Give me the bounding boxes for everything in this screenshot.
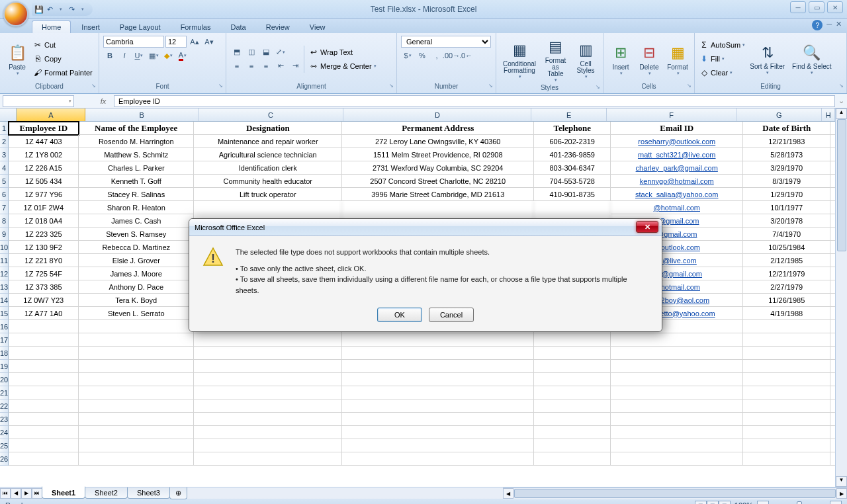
sheet-tab-2[interactable]: Sheet2 — [85, 487, 128, 499]
tab-insert[interactable]: Insert — [72, 21, 109, 33]
cell[interactable] — [830, 201, 835, 214]
help-icon[interactable]: ? — [812, 20, 823, 30]
cell[interactable] — [830, 307, 835, 320]
page-layout-view-button[interactable]: ▤ — [707, 501, 719, 504]
clear-button[interactable]: ◇Clear▾ — [699, 66, 745, 79]
cell[interactable] — [830, 320, 835, 333]
cell[interactable] — [534, 426, 611, 439]
undo-icon[interactable]: ↶ — [45, 5, 54, 14]
cell[interactable]: Lift truck operator — [194, 188, 342, 201]
formula-input[interactable]: Employee ID — [114, 95, 835, 107]
row-header[interactable]: 5 — [0, 175, 9, 188]
cell[interactable]: 4/19/1988 — [743, 307, 830, 320]
cell[interactable]: Rosendo M. Harrington — [79, 135, 194, 148]
cell[interactable]: Date of Birth — [743, 122, 830, 135]
cell[interactable]: 1Z 223 325 — [9, 228, 79, 241]
cell[interactable] — [79, 439, 194, 452]
sheet-nav-first[interactable]: ⏮ — [0, 488, 11, 499]
cell[interactable] — [534, 347, 611, 360]
fx-button[interactable]: fx — [95, 97, 111, 105]
minimize-ribbon-icon[interactable]: ─ — [826, 20, 832, 30]
cell[interactable] — [9, 360, 79, 373]
column-header-A[interactable]: A — [17, 108, 85, 121]
row-header[interactable]: 10 — [0, 241, 9, 254]
insert-cell-button[interactable]: ⊞Insert▾ — [607, 41, 634, 77]
tab-review[interactable]: Review — [257, 21, 299, 33]
grow-font-button[interactable]: A▴ — [188, 35, 201, 48]
column-header-D[interactable]: D — [343, 108, 531, 121]
cell[interactable] — [194, 201, 342, 214]
cell[interactable]: 1Z 018 0A4 — [9, 214, 79, 228]
underline-button[interactable]: U▾ — [132, 49, 146, 62]
cell[interactable] — [9, 426, 79, 439]
cell[interactable]: 401-236-9859 — [534, 148, 611, 161]
cell[interactable] — [830, 373, 835, 386]
conditional-formatting-button[interactable]: ▦Conditional Formatting▾ — [500, 38, 539, 81]
row-header[interactable]: 16 — [0, 320, 9, 333]
cell[interactable] — [534, 333, 611, 347]
cell[interactable]: Email ID — [611, 122, 743, 135]
cell[interactable]: 8/3/1979 — [743, 175, 830, 188]
row-header[interactable]: 2 — [0, 135, 9, 148]
cell[interactable] — [743, 347, 830, 360]
cell[interactable] — [830, 294, 835, 307]
office-button[interactable] — [3, 1, 28, 26]
cell[interactable] — [830, 161, 835, 175]
cell[interactable] — [830, 413, 835, 426]
find-select-button[interactable]: 🔍Find & Select▾ — [789, 41, 834, 77]
sheet-tab-3[interactable]: Sheet3 — [127, 487, 170, 499]
maximize-button[interactable]: ▭ — [809, 1, 825, 13]
cell[interactable]: 3996 Marie Street Cambridge, MD 21613 — [342, 188, 534, 201]
cell[interactable] — [79, 386, 194, 399]
number-format-select[interactable]: General — [401, 36, 491, 48]
cell[interactable] — [194, 386, 342, 399]
cell[interactable] — [79, 373, 194, 386]
cell[interactable] — [534, 452, 611, 466]
cell[interactable] — [342, 386, 534, 399]
row-header[interactable]: 6 — [0, 188, 9, 201]
cell[interactable]: 1Z 221 8Y0 — [9, 254, 79, 267]
cell[interactable] — [611, 399, 743, 413]
italic-button[interactable]: I — [118, 49, 131, 62]
tab-page-layout[interactable]: Page Layout — [111, 21, 170, 33]
cell[interactable] — [79, 320, 194, 333]
row-header[interactable]: 20 — [0, 373, 9, 386]
cell[interactable]: Community health educator — [194, 175, 342, 188]
sheet-tab-1[interactable]: Sheet1 — [42, 486, 85, 499]
cell[interactable]: 803-304-6347 — [534, 161, 611, 175]
border-button[interactable]: ▦▾ — [147, 49, 160, 62]
cell[interactable]: 1Z 130 9F2 — [9, 241, 79, 254]
cell[interactable]: 1Z 505 434 — [9, 175, 79, 188]
cell[interactable]: Maintenance and repair worker — [194, 135, 342, 148]
tab-data[interactable]: Data — [221, 21, 255, 33]
cell[interactable]: 1Z A77 1A0 — [9, 307, 79, 320]
row-header[interactable]: 26 — [0, 452, 9, 466]
cell[interactable] — [611, 426, 743, 439]
cell[interactable]: 1Z 1Y8 002 — [9, 148, 79, 161]
cell[interactable]: 2731 Wexford Way Columbia, SC 29204 — [342, 161, 534, 175]
cell[interactable] — [194, 452, 342, 466]
cell[interactable] — [534, 360, 611, 373]
format-painter-button[interactable]: 🖌Format Painter — [32, 66, 93, 79]
cell[interactable] — [830, 175, 835, 188]
cell[interactable] — [611, 373, 743, 386]
cell[interactable] — [534, 373, 611, 386]
cell[interactable] — [79, 399, 194, 413]
hscroll-left[interactable]: ◀ — [503, 488, 513, 499]
decrease-decimal-button[interactable]: .0← — [459, 49, 472, 62]
cell[interactable] — [194, 347, 342, 360]
cell[interactable] — [342, 413, 534, 426]
zoom-out-button[interactable]: − — [757, 501, 769, 504]
dialog-close-button[interactable]: ✕ — [636, 221, 658, 233]
cell[interactable]: Steven S. Ramsey — [79, 228, 194, 241]
cell[interactable] — [194, 399, 342, 413]
cell[interactable]: 704-553-5728 — [534, 175, 611, 188]
align-middle-button[interactable]: ◫ — [245, 46, 258, 59]
cell[interactable] — [9, 386, 79, 399]
cell[interactable] — [611, 347, 743, 360]
cell-styles-button[interactable]: ▥Cell Styles▾ — [572, 38, 599, 81]
cell[interactable]: Stacey R. Salinas — [79, 188, 194, 201]
cell[interactable]: 3/29/1970 — [743, 161, 830, 175]
save-icon[interactable]: 💾 — [34, 5, 44, 14]
cell[interactable] — [342, 347, 534, 360]
